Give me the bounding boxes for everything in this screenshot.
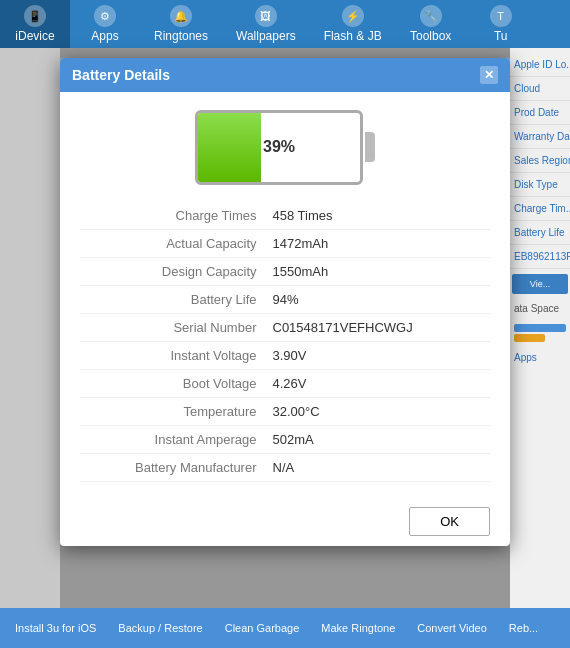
row-value-5: 3.90V: [265, 342, 491, 370]
sidebar-item-salesregion[interactable]: Sales Region: [510, 149, 570, 173]
row-label-2: Design Capacity: [80, 258, 265, 286]
sidebar-item-warrantydate[interactable]: Warranty Da...: [510, 125, 570, 149]
table-row: Serial Number C01548171VEFHCWGJ: [80, 314, 490, 342]
row-label-9: Battery Manufacturer: [80, 454, 265, 482]
nav-label-wallpapers: Wallpapers: [236, 29, 296, 43]
toolbar-btn-cleangarbage[interactable]: Clean Garbage: [215, 618, 310, 638]
nav-item-flashjb[interactable]: ⚡ Flash & JB: [310, 0, 396, 48]
row-label-5: Instant Voltage: [80, 342, 265, 370]
nav-item-apps[interactable]: ⚙ Apps: [70, 0, 140, 48]
ringtones-icon: 🔔: [170, 5, 192, 27]
sidebar-apps-label[interactable]: Apps: [510, 348, 570, 367]
row-value-2: 1550mAh: [265, 258, 491, 286]
row-value-9: N/A: [265, 454, 491, 482]
nav-label-tu: Tu: [494, 29, 508, 43]
table-row: Charge Times 458 Times: [80, 202, 490, 230]
nav-label-flashjb: Flash & JB: [324, 29, 382, 43]
row-label-6: Boot Voltage: [80, 370, 265, 398]
row-label-3: Battery Life: [80, 286, 265, 314]
sidebar-item-batterylife[interactable]: Battery Life: [510, 221, 570, 245]
top-navigation: 📱 iDevice ⚙ Apps 🔔 Ringtones 🖼 Wallpaper…: [0, 0, 570, 48]
table-row: Instant Voltage 3.90V: [80, 342, 490, 370]
sidebar-item-chargetime[interactable]: Charge Tim...: [510, 197, 570, 221]
nav-label-apps: Apps: [91, 29, 118, 43]
dialog-header: Battery Details ✕: [60, 58, 510, 92]
battery-data-table: Charge Times 458 Times Actual Capacity 1…: [80, 202, 490, 482]
row-label-8: Instant Amperage: [80, 426, 265, 454]
table-row: Design Capacity 1550mAh: [80, 258, 490, 286]
idevice-icon: 📱: [24, 5, 46, 27]
battery-details-dialog: Battery Details ✕ 39%: [60, 58, 510, 546]
row-label-7: Temperature: [80, 398, 265, 426]
sidebar-item-serial[interactable]: EB8962113F...: [510, 245, 570, 269]
toolbar-btn-backup[interactable]: Backup / Restore: [108, 618, 212, 638]
sidebar-item-appleid[interactable]: Apple ID Lo...: [510, 53, 570, 77]
flashjb-icon: ⚡: [342, 5, 364, 27]
sidebar-item-proddate[interactable]: Prod Date: [510, 101, 570, 125]
battery-graphic: 39%: [195, 107, 375, 187]
color-bar-orange: [514, 334, 545, 342]
nav-label-idevice: iDevice: [15, 29, 54, 43]
wallpapers-icon: 🖼: [255, 5, 277, 27]
toolbar-btn-install3u[interactable]: Install 3u for iOS: [5, 618, 106, 638]
right-sidebar: Apple ID Lo... Cloud Prod Date Warranty …: [510, 48, 570, 608]
sidebar-item-disktype[interactable]: Disk Type: [510, 173, 570, 197]
nav-item-tu[interactable]: T Tu: [466, 0, 536, 48]
color-bar-blue: [514, 324, 566, 332]
row-label-4: Serial Number: [80, 314, 265, 342]
toolbox-icon: 🔧: [420, 5, 442, 27]
battery-graphic-container: 39%: [80, 107, 490, 187]
apps-icon: ⚙: [94, 5, 116, 27]
row-label-1: Actual Capacity: [80, 230, 265, 258]
modal-overlay: Battery Details ✕ 39%: [60, 48, 510, 608]
main-content: Battery Details ✕ 39%: [0, 48, 570, 608]
dialog-body: 39% Charge Times 458 Times Actual Capaci…: [60, 92, 510, 497]
tu-icon: T: [490, 5, 512, 27]
row-value-4: C01548171VEFHCWGJ: [265, 314, 491, 342]
row-value-3: 94%: [265, 286, 491, 314]
dialog-footer: OK: [60, 497, 510, 546]
row-label-0: Charge Times: [80, 202, 265, 230]
row-value-8: 502mA: [265, 426, 491, 454]
center-content: Battery Details ✕ 39%: [60, 48, 510, 608]
toolbar-btn-convertvideo[interactable]: Convert Video: [407, 618, 497, 638]
table-row: Temperature 32.00°C: [80, 398, 490, 426]
row-value-1: 1472mAh: [265, 230, 491, 258]
table-row: Battery Life 94%: [80, 286, 490, 314]
battery-percent-label: 39%: [198, 138, 360, 156]
dialog-title: Battery Details: [72, 67, 170, 83]
nav-item-wallpapers[interactable]: 🖼 Wallpapers: [222, 0, 310, 48]
color-bars: [510, 318, 570, 348]
nav-item-idevice[interactable]: 📱 iDevice: [0, 0, 70, 48]
bottom-toolbar: Install 3u for iOS Backup / Restore Clea…: [0, 608, 570, 648]
toolbar-btn-makeringtone[interactable]: Make Ringtone: [311, 618, 405, 638]
nav-item-ringtones[interactable]: 🔔 Ringtones: [140, 0, 222, 48]
close-button[interactable]: ✕: [480, 66, 498, 84]
nav-label-ringtones: Ringtones: [154, 29, 208, 43]
phone-mockup-area: [0, 48, 60, 608]
battery-terminal: [365, 132, 375, 162]
nav-item-toolbox[interactable]: 🔧 Toolbox: [396, 0, 466, 48]
sidebar-view-button[interactable]: Vie...: [512, 274, 568, 294]
toolbar-btn-reb[interactable]: Reb...: [499, 618, 548, 638]
table-row: Battery Manufacturer N/A: [80, 454, 490, 482]
row-value-0: 458 Times: [265, 202, 491, 230]
sidebar-dataspace-label: ata Space: [510, 299, 570, 318]
row-value-7: 32.00°C: [265, 398, 491, 426]
table-row: Boot Voltage 4.26V: [80, 370, 490, 398]
ok-button[interactable]: OK: [409, 507, 490, 536]
nav-label-toolbox: Toolbox: [410, 29, 451, 43]
table-row: Actual Capacity 1472mAh: [80, 230, 490, 258]
sidebar-item-cloud[interactable]: Cloud: [510, 77, 570, 101]
table-row: Instant Amperage 502mA: [80, 426, 490, 454]
battery-body: 39%: [195, 110, 363, 185]
row-value-6: 4.26V: [265, 370, 491, 398]
